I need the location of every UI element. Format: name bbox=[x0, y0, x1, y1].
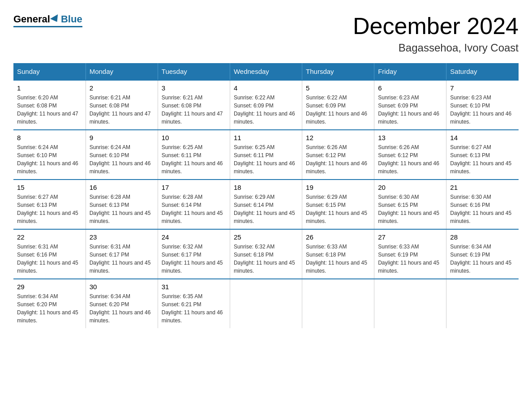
day-number: 9 bbox=[90, 134, 154, 141]
day-number: 21 bbox=[450, 184, 515, 191]
calendar-day-cell bbox=[374, 279, 446, 328]
day-number: 8 bbox=[17, 134, 82, 141]
logo: General Blue bbox=[13, 13, 82, 27]
calendar-day-header: Tuesday bbox=[158, 63, 230, 80]
day-info: Sunrise: 6:30 AM Sunset: 6:16 PM Dayligh… bbox=[450, 193, 515, 225]
calendar-day-cell: 26 Sunrise: 6:33 AM Sunset: 6:18 PM Dayl… bbox=[302, 229, 374, 279]
day-info: Sunrise: 6:29 AM Sunset: 6:14 PM Dayligh… bbox=[234, 193, 298, 225]
day-number: 23 bbox=[90, 233, 154, 241]
day-info: Sunrise: 6:28 AM Sunset: 6:13 PM Dayligh… bbox=[90, 193, 154, 225]
calendar-day-cell: 23 Sunrise: 6:31 AM Sunset: 6:17 PM Dayl… bbox=[86, 229, 158, 279]
day-info: Sunrise: 6:24 AM Sunset: 6:10 PM Dayligh… bbox=[90, 143, 154, 176]
title-block: December 2024 Bagassehoa, Ivory Coast bbox=[353, 13, 519, 54]
day-info: Sunrise: 6:22 AM Sunset: 6:09 PM Dayligh… bbox=[306, 94, 370, 126]
day-info: Sunrise: 6:33 AM Sunset: 6:19 PM Dayligh… bbox=[378, 243, 442, 275]
calendar-day-cell: 13 Sunrise: 6:26 AM Sunset: 6:12 PM Dayl… bbox=[374, 130, 446, 180]
calendar-day-cell: 24 Sunrise: 6:32 AM Sunset: 6:17 PM Dayl… bbox=[158, 229, 230, 279]
calendar-day-header: Saturday bbox=[446, 63, 519, 80]
day-info: Sunrise: 6:34 AM Sunset: 6:20 PM Dayligh… bbox=[17, 292, 82, 325]
calendar-week-row: 15 Sunrise: 6:27 AM Sunset: 6:13 PM Dayl… bbox=[13, 180, 519, 229]
calendar-day-cell: 30 Sunrise: 6:34 AM Sunset: 6:20 PM Dayl… bbox=[86, 279, 158, 328]
calendar-day-cell: 4 Sunrise: 6:22 AM Sunset: 6:09 PM Dayli… bbox=[230, 80, 302, 130]
calendar-day-cell bbox=[230, 279, 302, 328]
calendar-day-cell: 25 Sunrise: 6:32 AM Sunset: 6:18 PM Dayl… bbox=[230, 229, 302, 279]
day-number: 3 bbox=[162, 84, 226, 92]
logo-blue-text: Blue bbox=[61, 13, 82, 25]
day-info: Sunrise: 6:31 AM Sunset: 6:16 PM Dayligh… bbox=[17, 243, 82, 275]
calendar-day-cell: 6 Sunrise: 6:23 AM Sunset: 6:09 PM Dayli… bbox=[374, 80, 446, 130]
calendar-day-header: Friday bbox=[374, 63, 446, 80]
day-number: 15 bbox=[17, 184, 82, 191]
calendar-day-cell: 21 Sunrise: 6:30 AM Sunset: 6:16 PM Dayl… bbox=[446, 180, 519, 229]
calendar-day-cell: 9 Sunrise: 6:24 AM Sunset: 6:10 PM Dayli… bbox=[86, 130, 158, 180]
calendar-day-cell: 14 Sunrise: 6:27 AM Sunset: 6:13 PM Dayl… bbox=[446, 130, 519, 180]
day-info: Sunrise: 6:30 AM Sunset: 6:15 PM Dayligh… bbox=[378, 193, 442, 225]
calendar-day-cell: 3 Sunrise: 6:21 AM Sunset: 6:08 PM Dayli… bbox=[158, 80, 230, 130]
calendar-day-cell: 15 Sunrise: 6:27 AM Sunset: 6:13 PM Dayl… bbox=[13, 180, 86, 229]
day-info: Sunrise: 6:23 AM Sunset: 6:09 PM Dayligh… bbox=[378, 94, 442, 126]
day-info: Sunrise: 6:33 AM Sunset: 6:18 PM Dayligh… bbox=[306, 243, 370, 275]
page-header: General Blue December 2024 Bagassehoa, I… bbox=[13, 13, 519, 54]
calendar-day-cell: 27 Sunrise: 6:33 AM Sunset: 6:19 PM Dayl… bbox=[374, 229, 446, 279]
day-info: Sunrise: 6:27 AM Sunset: 6:13 PM Dayligh… bbox=[450, 143, 515, 176]
day-number: 17 bbox=[162, 184, 226, 191]
calendar-day-cell: 19 Sunrise: 6:29 AM Sunset: 6:15 PM Dayl… bbox=[302, 180, 374, 229]
day-number: 1 bbox=[17, 84, 82, 92]
day-number: 4 bbox=[234, 84, 298, 92]
logo-arrow-icon bbox=[50, 14, 61, 24]
day-number: 11 bbox=[234, 134, 298, 141]
day-info: Sunrise: 6:34 AM Sunset: 6:20 PM Dayligh… bbox=[90, 292, 154, 325]
day-info: Sunrise: 6:25 AM Sunset: 6:11 PM Dayligh… bbox=[162, 143, 226, 176]
calendar-header-row: SundayMondayTuesdayWednesdayThursdayFrid… bbox=[13, 63, 519, 80]
calendar-day-cell: 7 Sunrise: 6:23 AM Sunset: 6:10 PM Dayli… bbox=[446, 80, 519, 130]
day-info: Sunrise: 6:32 AM Sunset: 6:18 PM Dayligh… bbox=[234, 243, 298, 275]
day-info: Sunrise: 6:23 AM Sunset: 6:10 PM Dayligh… bbox=[450, 94, 515, 126]
day-info: Sunrise: 6:21 AM Sunset: 6:08 PM Dayligh… bbox=[90, 94, 154, 126]
day-info: Sunrise: 6:34 AM Sunset: 6:19 PM Dayligh… bbox=[450, 243, 515, 275]
day-number: 26 bbox=[306, 233, 370, 241]
calendar-day-cell: 22 Sunrise: 6:31 AM Sunset: 6:16 PM Dayl… bbox=[13, 229, 86, 279]
day-number: 22 bbox=[17, 233, 82, 241]
calendar-table: SundayMondayTuesdayWednesdayThursdayFrid… bbox=[13, 63, 519, 328]
logo-general-text: General bbox=[13, 13, 50, 25]
calendar-week-row: 8 Sunrise: 6:24 AM Sunset: 6:10 PM Dayli… bbox=[13, 130, 519, 180]
day-info: Sunrise: 6:31 AM Sunset: 6:17 PM Dayligh… bbox=[90, 243, 154, 275]
calendar-week-row: 1 Sunrise: 6:20 AM Sunset: 6:08 PM Dayli… bbox=[13, 80, 519, 130]
day-number: 13 bbox=[378, 134, 442, 141]
calendar-day-header: Wednesday bbox=[230, 63, 302, 80]
day-info: Sunrise: 6:32 AM Sunset: 6:17 PM Dayligh… bbox=[162, 243, 226, 275]
calendar-day-cell: 18 Sunrise: 6:29 AM Sunset: 6:14 PM Dayl… bbox=[230, 180, 302, 229]
calendar-day-cell: 16 Sunrise: 6:28 AM Sunset: 6:13 PM Dayl… bbox=[86, 180, 158, 229]
calendar-day-cell: 1 Sunrise: 6:20 AM Sunset: 6:08 PM Dayli… bbox=[13, 80, 86, 130]
day-info: Sunrise: 6:24 AM Sunset: 6:10 PM Dayligh… bbox=[17, 143, 82, 176]
day-number: 14 bbox=[450, 134, 515, 141]
day-number: 18 bbox=[234, 184, 298, 191]
day-info: Sunrise: 6:29 AM Sunset: 6:15 PM Dayligh… bbox=[306, 193, 370, 225]
day-number: 5 bbox=[306, 84, 370, 92]
day-number: 12 bbox=[306, 134, 370, 141]
day-number: 19 bbox=[306, 184, 370, 191]
day-info: Sunrise: 6:35 AM Sunset: 6:21 PM Dayligh… bbox=[162, 292, 226, 325]
day-info: Sunrise: 6:25 AM Sunset: 6:11 PM Dayligh… bbox=[234, 143, 298, 176]
day-info: Sunrise: 6:26 AM Sunset: 6:12 PM Dayligh… bbox=[378, 143, 442, 176]
day-info: Sunrise: 6:21 AM Sunset: 6:08 PM Dayligh… bbox=[162, 94, 226, 126]
calendar-week-row: 29 Sunrise: 6:34 AM Sunset: 6:20 PM Dayl… bbox=[13, 279, 519, 328]
day-number: 16 bbox=[90, 184, 154, 191]
calendar-day-cell bbox=[302, 279, 374, 328]
calendar-day-cell: 29 Sunrise: 6:34 AM Sunset: 6:20 PM Dayl… bbox=[13, 279, 86, 328]
calendar-day-header: Thursday bbox=[302, 63, 374, 80]
calendar-day-cell: 2 Sunrise: 6:21 AM Sunset: 6:08 PM Dayli… bbox=[86, 80, 158, 130]
day-number: 30 bbox=[90, 283, 154, 291]
calendar-day-cell: 31 Sunrise: 6:35 AM Sunset: 6:21 PM Dayl… bbox=[158, 279, 230, 328]
day-number: 31 bbox=[162, 283, 226, 291]
day-number: 7 bbox=[450, 84, 515, 92]
day-number: 24 bbox=[162, 233, 226, 241]
day-info: Sunrise: 6:28 AM Sunset: 6:14 PM Dayligh… bbox=[162, 193, 226, 225]
calendar-week-row: 22 Sunrise: 6:31 AM Sunset: 6:16 PM Dayl… bbox=[13, 229, 519, 279]
calendar-day-cell: 20 Sunrise: 6:30 AM Sunset: 6:15 PM Dayl… bbox=[374, 180, 446, 229]
day-number: 28 bbox=[450, 233, 515, 241]
logo-underline bbox=[13, 26, 82, 27]
day-number: 29 bbox=[17, 283, 82, 291]
day-number: 25 bbox=[234, 233, 298, 241]
calendar-day-cell: 8 Sunrise: 6:24 AM Sunset: 6:10 PM Dayli… bbox=[13, 130, 86, 180]
